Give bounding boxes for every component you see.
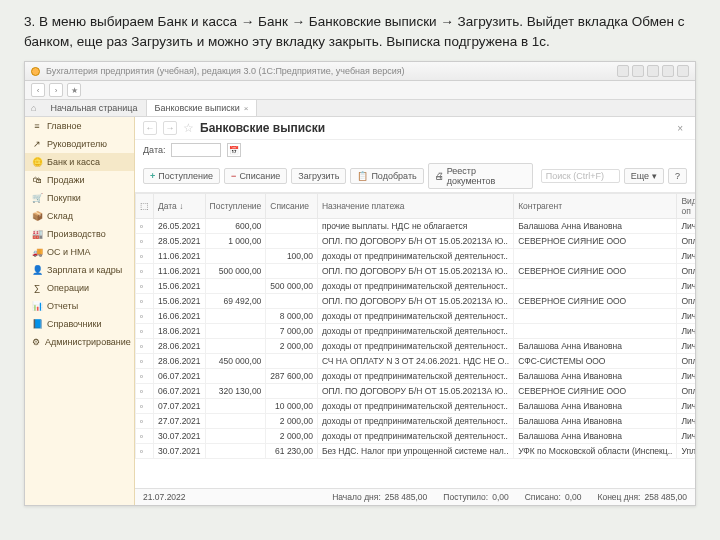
tb-icon[interactable] [677, 65, 689, 77]
sidebar-item[interactable]: 🪙Банк и касса [25, 153, 134, 171]
tb-icon[interactable] [632, 65, 644, 77]
calendar-icon[interactable]: 📅 [227, 143, 241, 157]
cell-type: Оплат [677, 384, 695, 399]
cell-type: Личны [677, 429, 695, 444]
cell-date: 11.06.2021 [154, 249, 206, 264]
tab-bank-statements[interactable]: Банковские выписки× [147, 100, 258, 116]
cell-type: Оплат [677, 354, 695, 369]
sidebar-item[interactable]: 👤Зарплата и кадры [25, 261, 134, 279]
tb-icon[interactable] [617, 65, 629, 77]
cell-purpose: Без НДС. Налог при упрощенной системе на… [317, 444, 513, 459]
date-input[interactable] [171, 143, 221, 157]
sidebar-label: Склад [47, 211, 73, 221]
table-row[interactable]: ▫15.06.202169 492,00ОПЛ. ПО ДОГОВОРУ Б/Н… [136, 294, 696, 309]
cell-type: Уплат [677, 444, 695, 459]
table-row[interactable]: ▫30.07.202161 230,00Без НДС. Налог при у… [136, 444, 696, 459]
table-row[interactable]: ▫27.07.20212 000,00доходы от предпринима… [136, 414, 696, 429]
sidebar-item[interactable]: 📊Отчеты [25, 297, 134, 315]
sidebar-item[interactable]: ↗Руководителю [25, 135, 134, 153]
back-icon[interactable]: ← [143, 121, 157, 135]
pick-button[interactable]: 📋 Подобрать [350, 168, 423, 184]
col-date[interactable]: Дата ↓ [154, 194, 206, 219]
table-row[interactable]: ▫26.05.2021600,00прочие выплаты. НДС не … [136, 219, 696, 234]
registry-button[interactable]: 🖨 Реестр документов [428, 163, 533, 189]
row-icon: ▫ [136, 309, 154, 324]
cell-outcome: 8 000,00 [266, 309, 318, 324]
table-row[interactable]: ▫28.06.2021450 000,00СЧ НА ОПЛАТУ N 3 ОТ… [136, 354, 696, 369]
sidebar-item[interactable]: ≡Главное [25, 117, 134, 135]
tb-icon[interactable] [647, 65, 659, 77]
table-row[interactable]: ▫16.06.20218 000,00доходы от предпринима… [136, 309, 696, 324]
col-income[interactable]: Поступление [205, 194, 266, 219]
cell-outcome: 2 000,00 [266, 429, 318, 444]
cell-purpose: доходы от предпринимательской деятельнос… [317, 324, 513, 339]
help-icon[interactable]: ? [668, 168, 687, 184]
cell-contractor: СЕВЕРНОЕ СИЯНИЕ ООО [514, 294, 677, 309]
cell-contractor [514, 249, 677, 264]
action-bar: +Поступление −Списание Загрузить 📋 Подоб… [135, 160, 695, 193]
sidebar-icon: 📦 [32, 211, 42, 221]
sidebar-label: Администрирование [45, 337, 131, 347]
table-row[interactable]: ▫28.06.20212 000,00доходы от предпринима… [136, 339, 696, 354]
sidebar-item[interactable]: 📘Справочники [25, 315, 134, 333]
home-icon[interactable]: ⌂ [25, 100, 42, 116]
table-row[interactable]: ▫06.07.2021320 130,00ОПЛ. ПО ДОГОВОРУ Б/… [136, 384, 696, 399]
tb-icon[interactable] [662, 65, 674, 77]
table-row[interactable]: ▫07.07.202110 000,00доходы от предприним… [136, 399, 696, 414]
data-grid[interactable]: ⬚ Дата ↓ Поступление Списание Назначение… [135, 193, 695, 488]
col-type[interactable]: Вид оп [677, 194, 695, 219]
status-date: 21.07.2022 [143, 492, 186, 502]
income-button[interactable]: +Поступление [143, 168, 220, 184]
table-row[interactable]: ▫28.05.20211 000,00ОПЛ. ПО ДОГОВОРУ Б/Н … [136, 234, 696, 249]
sidebar-icon: 🛒 [32, 193, 42, 203]
table-row[interactable]: ▫11.06.2021100,00доходы от предпринимате… [136, 249, 696, 264]
col-icon[interactable]: ⬚ [136, 194, 154, 219]
nav-left-icon[interactable]: ‹ [31, 83, 45, 97]
col-purpose[interactable]: Назначение платежа [317, 194, 513, 219]
cell-income [205, 414, 266, 429]
table-row[interactable]: ▫06.07.2021287 600,00доходы от предприни… [136, 369, 696, 384]
cell-date: 18.06.2021 [154, 324, 206, 339]
cell-purpose: ОПЛ. ПО ДОГОВОРУ Б/Н ОТ 15.05.2021ЗА Ю.. [317, 384, 513, 399]
app-icon [31, 67, 40, 76]
forward-icon[interactable]: → [163, 121, 177, 135]
sidebar-item[interactable]: ⚙Администрирование [25, 333, 134, 351]
load-button[interactable]: Загрузить [291, 168, 346, 184]
cell-contractor [514, 279, 677, 294]
fav-icon[interactable]: ☆ [183, 121, 194, 135]
cell-outcome: 500 000,00 [266, 279, 318, 294]
tab-home[interactable]: Начальная страница [42, 100, 146, 116]
col-outcome[interactable]: Списание [266, 194, 318, 219]
cell-outcome: 61 230,00 [266, 444, 318, 459]
app-window: Бухгалтерия предприятия (учебная), редак… [24, 61, 696, 506]
table-row[interactable]: ▫18.06.20217 000,00доходы от предпринима… [136, 324, 696, 339]
status-in: Поступило: 0,00 [443, 492, 508, 502]
close-icon[interactable]: × [244, 104, 249, 113]
more-button[interactable]: Еще ▾ [624, 168, 664, 184]
sidebar-icon: 🚚 [32, 247, 42, 257]
row-icon: ▫ [136, 354, 154, 369]
search-input[interactable]: Поиск (Ctrl+F) [541, 169, 620, 183]
table-row[interactable]: ▫30.07.20212 000,00доходы от предпринима… [136, 429, 696, 444]
sidebar-item[interactable]: ∑Операции [25, 279, 134, 297]
sidebar-item[interactable]: 🛒Покупки [25, 189, 134, 207]
cell-outcome [266, 264, 318, 279]
cell-purpose: СЧ НА ОПЛАТУ N 3 ОТ 24.06.2021. НДС НЕ О… [317, 354, 513, 369]
sidebar-item[interactable]: 📦Склад [25, 207, 134, 225]
nav-right-icon[interactable]: › [49, 83, 63, 97]
sidebar-item[interactable]: 🏭Производство [25, 225, 134, 243]
close-icon[interactable]: × [673, 123, 687, 134]
table-row[interactable]: ▫11.06.2021500 000,00ОПЛ. ПО ДОГОВОРУ Б/… [136, 264, 696, 279]
cell-outcome: 100,00 [266, 249, 318, 264]
col-contractor[interactable]: Контрагент [514, 194, 677, 219]
star-icon[interactable]: ★ [67, 83, 81, 97]
cell-outcome [266, 384, 318, 399]
outcome-button[interactable]: −Списание [224, 168, 287, 184]
sidebar-item[interactable]: 🛍Продажи [25, 171, 134, 189]
cell-income: 69 492,00 [205, 294, 266, 309]
sidebar-item[interactable]: 🚚ОС и НМА [25, 243, 134, 261]
row-icon: ▫ [136, 264, 154, 279]
cell-date: 26.05.2021 [154, 219, 206, 234]
cell-purpose: ОПЛ. ПО ДОГОВОРУ Б/Н ОТ 15.05.2021ЗА Ю.. [317, 234, 513, 249]
table-row[interactable]: ▫15.06.2021500 000,00доходы от предприни… [136, 279, 696, 294]
